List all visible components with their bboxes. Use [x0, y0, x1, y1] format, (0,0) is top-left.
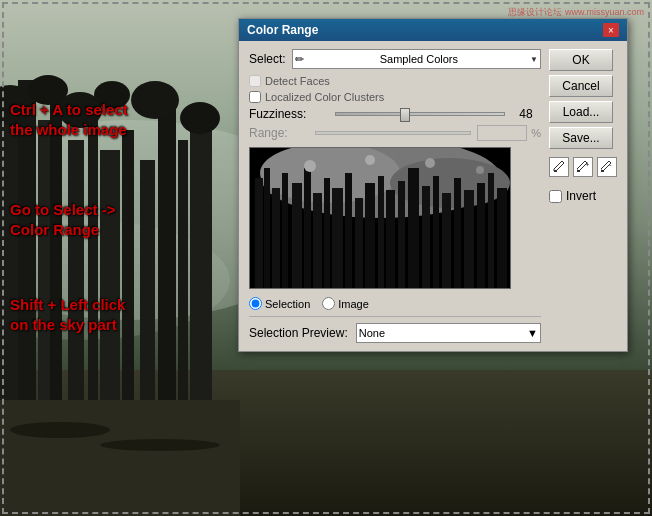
svg-point-24: [100, 439, 220, 451]
svg-rect-29: [255, 178, 263, 289]
range-slider-track[interactable]: [315, 131, 471, 135]
svg-rect-45: [422, 186, 430, 289]
radio-row: Selection Image: [249, 297, 541, 310]
dialog-titlebar: Color Range ×: [239, 19, 627, 41]
svg-rect-51: [488, 173, 494, 289]
selection-preview-dropdown[interactable]: None ▼: [356, 323, 541, 343]
dialog-close-button[interactable]: ×: [603, 23, 619, 37]
instruction-select-range: Go to Select ->Color Range: [10, 200, 115, 239]
fuzziness-label: Fuzziness:: [249, 107, 329, 121]
preview-image: [249, 147, 511, 289]
svg-rect-50: [477, 183, 485, 289]
svg-rect-52: [497, 188, 507, 289]
color-range-dialog: Color Range × Select: ✏ Sampled Colors ▼…: [238, 18, 628, 352]
svg-point-54: [425, 158, 435, 168]
image-label: Image: [338, 298, 369, 310]
select-value: Sampled Colors: [380, 53, 458, 65]
range-input[interactable]: [477, 125, 527, 141]
save-button[interactable]: Save...: [549, 127, 613, 149]
detect-faces-checkbox[interactable]: [249, 75, 261, 87]
range-row: Range: %: [249, 125, 541, 141]
dialog-body: Select: ✏ Sampled Colors ▼ Detect Faces …: [239, 41, 627, 351]
selection-radio[interactable]: [249, 297, 262, 310]
svg-rect-48: [454, 178, 461, 289]
instruction-shift-click: Shift + Left clickon the sky part: [10, 295, 125, 334]
svg-rect-31: [272, 188, 280, 289]
svg-rect-39: [355, 198, 363, 289]
load-button[interactable]: Load...: [549, 101, 613, 123]
svg-rect-41: [378, 176, 384, 289]
selection-preview-value: None: [359, 327, 385, 339]
selection-preview-label: Selection Preview:: [249, 326, 348, 340]
svg-rect-34: [304, 168, 311, 289]
svg-point-53: [304, 160, 316, 172]
selection-preview-row: Selection Preview: None ▼: [249, 316, 541, 343]
svg-rect-38: [345, 173, 352, 289]
svg-text:+: +: [585, 160, 589, 169]
fuzziness-slider-thumb[interactable]: [400, 108, 410, 122]
svg-point-55: [476, 166, 484, 174]
range-label: Range:: [249, 126, 309, 140]
svg-rect-46: [433, 176, 439, 289]
svg-point-20: [131, 81, 179, 119]
ok-button[interactable]: OK: [549, 49, 613, 71]
detect-faces-label: Detect Faces: [265, 75, 330, 87]
icon-row: + -: [549, 157, 617, 177]
svg-rect-32: [282, 173, 288, 289]
fuzziness-slider-track[interactable]: [335, 112, 505, 116]
svg-rect-22: [0, 400, 240, 516]
selection-label: Selection: [265, 298, 310, 310]
range-percent: %: [531, 127, 541, 139]
svg-rect-47: [442, 193, 451, 289]
svg-rect-44: [408, 168, 419, 289]
instruction-ctrl-a: Ctrl + A to selectthe whole image: [10, 100, 128, 139]
fuzziness-row: Fuzziness: 48: [249, 107, 541, 121]
localized-checkbox[interactable]: [249, 91, 261, 103]
svg-rect-36: [324, 178, 330, 289]
select-dropdown-arrow: ▼: [530, 55, 538, 64]
dialog-title: Color Range: [247, 23, 318, 37]
select-dropdown[interactable]: ✏ Sampled Colors ▼: [292, 49, 541, 69]
selection-radio-label[interactable]: Selection: [249, 297, 310, 310]
svg-rect-57: [554, 170, 557, 172]
dialog-sidebar: OK Cancel Load... Save... +: [549, 49, 617, 343]
invert-label: Invert: [566, 189, 596, 203]
select-label: Select:: [249, 52, 286, 66]
eyedropper-icon[interactable]: [549, 157, 569, 177]
select-row: Select: ✏ Sampled Colors ▼: [249, 49, 541, 69]
svg-rect-35: [313, 193, 322, 289]
cancel-button[interactable]: Cancel: [549, 75, 613, 97]
svg-rect-60: [601, 170, 604, 172]
svg-rect-58: [577, 170, 580, 172]
eyedropper-plus-icon[interactable]: +: [573, 157, 593, 177]
svg-point-21: [180, 102, 220, 134]
svg-rect-49: [464, 190, 474, 289]
svg-point-23: [10, 422, 110, 438]
fuzziness-value: 48: [511, 107, 541, 121]
svg-rect-40: [365, 183, 375, 289]
invert-row: Invert: [549, 189, 617, 203]
image-radio[interactable]: [322, 297, 335, 310]
svg-rect-33: [292, 183, 302, 289]
preview-svg: [250, 148, 511, 289]
eyedropper-minus-icon[interactable]: -: [597, 157, 617, 177]
selection-preview-arrow: ▼: [527, 327, 538, 339]
svg-rect-43: [398, 181, 405, 289]
detect-faces-row: Detect Faces: [249, 75, 541, 87]
image-radio-label[interactable]: Image: [322, 297, 369, 310]
svg-point-56: [365, 155, 375, 165]
dialog-main: Select: ✏ Sampled Colors ▼ Detect Faces …: [249, 49, 541, 343]
invert-checkbox[interactable]: [549, 190, 562, 203]
svg-rect-42: [386, 190, 395, 289]
svg-rect-30: [264, 168, 270, 289]
localized-clusters-row: Localized Color Clusters: [249, 91, 541, 103]
localized-label: Localized Color Clusters: [265, 91, 384, 103]
svg-text:-: -: [609, 160, 612, 169]
svg-rect-37: [332, 188, 343, 289]
select-icon: ✏: [295, 53, 304, 66]
